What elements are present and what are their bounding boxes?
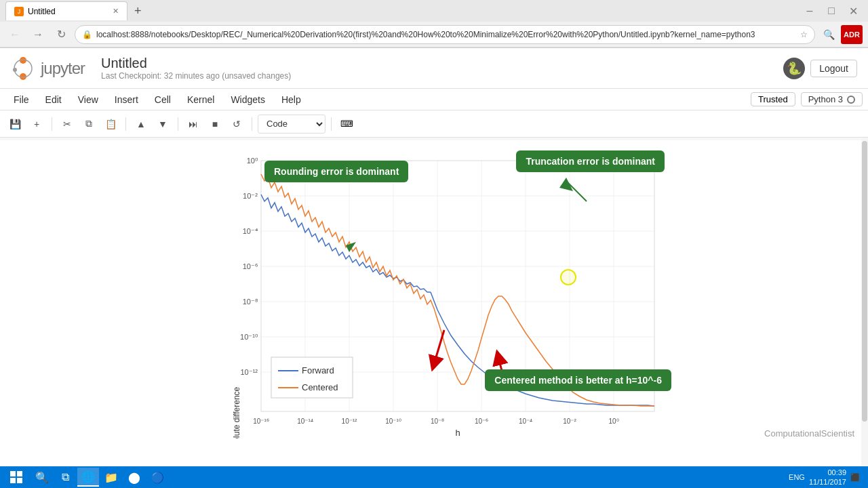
annotation-centered: Centered method is better at h=10^-6 bbox=[485, 369, 671, 391]
menu-file[interactable]: File bbox=[5, 92, 37, 108]
toolbar-sep-4 bbox=[252, 117, 252, 131]
taskbar-chrome[interactable]: ⬤ bbox=[123, 468, 145, 487]
refresh-button[interactable]: ↻ bbox=[52, 25, 71, 44]
svg-text:Forward: Forward bbox=[302, 365, 334, 375]
scrollbar[interactable] bbox=[861, 138, 868, 488]
jupyter-menu: File Edit View Insert Cell Kernel Widget… bbox=[0, 89, 868, 110]
kernel-name: Python 3 bbox=[808, 94, 843, 104]
browser-nav: ← → ↻ 🔒 localhost:8888/notebooks/Desktop… bbox=[0, 22, 868, 47]
svg-text:10⁻⁸: 10⁻⁸ bbox=[431, 418, 444, 425]
svg-text:10⁰: 10⁰ bbox=[247, 157, 258, 165]
new-tab-button[interactable]: + bbox=[130, 4, 146, 18]
svg-text:Centered: Centered bbox=[302, 382, 338, 392]
notebook-checkpoint: Last Checkpoint: 32 minutes ago (unsaved… bbox=[101, 71, 291, 81]
jupyter-toolbar: 💾 + ✂ ⧉ 📋 ▲ ▼ ⏭ ■ ↺ Code ⌨ bbox=[0, 110, 868, 138]
menu-help[interactable]: Help bbox=[273, 92, 309, 108]
menu-cell[interactable]: Cell bbox=[146, 92, 179, 108]
toolbar-sep-3 bbox=[178, 117, 178, 131]
taskbar-notifications[interactable]: ⬛ bbox=[850, 473, 860, 482]
svg-text:10⁻²: 10⁻² bbox=[563, 418, 576, 425]
watermark: ComputationalScientist bbox=[764, 428, 854, 439]
jupyter-logo-text: jupyter bbox=[41, 59, 85, 78]
taskbar-explorer[interactable]: 📁 bbox=[100, 468, 122, 487]
forward-button[interactable]: → bbox=[28, 25, 47, 44]
active-tab[interactable]: J Untitled ✕ bbox=[5, 1, 127, 20]
menu-kernel[interactable]: Kernel bbox=[179, 92, 222, 108]
cut-button[interactable]: ✂ bbox=[58, 115, 77, 134]
paste-button[interactable]: 📋 bbox=[101, 115, 120, 134]
taskbar-search[interactable]: 🔍 bbox=[31, 468, 53, 487]
kernel-status-circle bbox=[847, 96, 855, 104]
svg-text:10⁻⁶: 10⁻⁶ bbox=[243, 262, 258, 270]
svg-text:h: h bbox=[455, 428, 460, 438]
star-icon[interactable]: ☆ bbox=[800, 30, 808, 39]
toolbar-sep-5 bbox=[331, 117, 332, 131]
chart-svg: 10⁰ 10⁻² 10⁻⁴ 10⁻⁶ 10⁻⁸ 10⁻¹⁰ 10⁻¹² 10⁻¹… bbox=[220, 154, 668, 439]
notebook-title[interactable]: Untitled bbox=[101, 56, 291, 71]
close-button[interactable]: ✕ bbox=[844, 1, 863, 20]
scrollbar-thumb[interactable] bbox=[862, 141, 867, 422]
kernel-icon: 🐍 bbox=[783, 58, 805, 79]
taskbar-edge[interactable]: 🌐 bbox=[77, 468, 99, 487]
start-button[interactable] bbox=[3, 468, 30, 487]
tab-close-button[interactable]: ✕ bbox=[113, 7, 119, 16]
minimize-button[interactable]: – bbox=[800, 1, 819, 20]
taskbar-clock: 00:39 11/11/2017 bbox=[809, 468, 846, 487]
annotation-rounding: Rounding error is dominant bbox=[264, 161, 408, 182]
copy-button[interactable]: ⧉ bbox=[79, 115, 98, 134]
svg-text:10⁻¹²: 10⁻¹² bbox=[240, 368, 258, 376]
taskbar-time: 00:39 bbox=[809, 468, 846, 477]
taskbar-app1[interactable]: 🔵 bbox=[146, 468, 168, 487]
save-button[interactable]: 💾 bbox=[5, 115, 24, 134]
svg-rect-54 bbox=[17, 471, 22, 476]
menu-view[interactable]: View bbox=[70, 92, 106, 108]
chart-container: 10⁰ 10⁻² 10⁻⁴ 10⁻⁶ 10⁻⁸ 10⁻¹⁰ 10⁻¹² 10⁻¹… bbox=[203, 147, 678, 459]
svg-text:10⁻⁸: 10⁻⁸ bbox=[243, 298, 258, 306]
taskbar-task-view[interactable]: ⧉ bbox=[54, 468, 76, 487]
move-up-button[interactable]: ▲ bbox=[132, 115, 151, 134]
notebook-title-area: Untitled Last Checkpoint: 32 minutes ago… bbox=[101, 56, 291, 81]
svg-text:Absolute difference: Absolute difference bbox=[232, 386, 241, 439]
cell-type-select[interactable]: Code bbox=[258, 115, 326, 134]
fast-forward-button[interactable]: ⏭ bbox=[184, 115, 203, 134]
restart-button[interactable]: ↺ bbox=[227, 115, 246, 134]
stop-button[interactable]: ■ bbox=[205, 115, 224, 134]
extensions-button[interactable]: ADR bbox=[841, 25, 863, 44]
menu-widgets[interactable]: Widgets bbox=[222, 92, 273, 108]
tab-title: Untitled bbox=[28, 7, 56, 16]
svg-text:10⁻²: 10⁻² bbox=[243, 192, 258, 200]
back-button[interactable]: ← bbox=[5, 25, 24, 44]
search-button[interactable]: 🔍 bbox=[819, 25, 838, 44]
taskbar-language: ENG bbox=[789, 473, 805, 481]
move-down-button[interactable]: ▼ bbox=[153, 115, 172, 134]
tab-bar: J Untitled ✕ + – □ ✕ bbox=[0, 0, 868, 22]
keyboard-shortcuts-button[interactable]: ⌨ bbox=[337, 115, 356, 134]
trusted-button[interactable]: Trusted bbox=[751, 92, 795, 106]
taskbar: 🔍 ⧉ 🌐 📁 ⬤ 🔵 ENG 00:39 11/11/2017 ⬛ bbox=[0, 466, 868, 488]
menu-edit[interactable]: Edit bbox=[37, 92, 70, 108]
jupyter-logo-svg bbox=[11, 56, 35, 81]
menu-insert[interactable]: Insert bbox=[106, 92, 146, 108]
main-content: 10⁰ 10⁻² 10⁻⁴ 10⁻⁶ 10⁻⁸ 10⁻¹⁰ 10⁻¹² 10⁻¹… bbox=[0, 138, 868, 488]
svg-text:10⁻⁴: 10⁻⁴ bbox=[243, 227, 258, 235]
svg-rect-53 bbox=[10, 471, 16, 476]
logout-button[interactable]: Logout bbox=[810, 60, 857, 77]
svg-rect-56 bbox=[17, 478, 22, 483]
svg-text:10⁻¹⁶: 10⁻¹⁶ bbox=[253, 418, 269, 425]
svg-text:10⁻¹⁰: 10⁻¹⁰ bbox=[385, 418, 401, 425]
taskbar-date: 11/11/2017 bbox=[809, 477, 846, 487]
address-text: localhost:8888/notebooks/Desktop/REC/_Nu… bbox=[96, 30, 796, 39]
jupyter-header-right: 🐍 Logout bbox=[783, 58, 857, 79]
address-bar[interactable]: 🔒 localhost:8888/notebooks/Desktop/REC/_… bbox=[75, 25, 815, 44]
add-cell-button[interactable]: + bbox=[27, 115, 46, 134]
svg-rect-55 bbox=[10, 478, 16, 483]
svg-text:10⁰: 10⁰ bbox=[608, 418, 618, 425]
svg-text:10⁻⁶: 10⁻⁶ bbox=[475, 418, 488, 425]
svg-text:10⁻¹²: 10⁻¹² bbox=[342, 418, 357, 425]
browser-chrome: J Untitled ✕ + – □ ✕ ← → ↻ 🔒 localhost:8… bbox=[0, 0, 868, 48]
toolbar-sep-2 bbox=[125, 117, 126, 131]
tab-favicon: J bbox=[14, 7, 24, 16]
taskbar-right: ENG 00:39 11/11/2017 ⬛ bbox=[789, 468, 865, 487]
maximize-button[interactable]: □ bbox=[822, 1, 841, 20]
browser-actions: 🔍 ADR bbox=[819, 25, 863, 44]
